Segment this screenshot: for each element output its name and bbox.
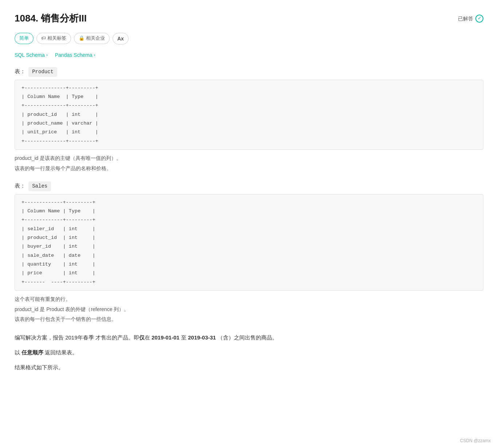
solved-badge: 已解答 ✓ bbox=[458, 15, 483, 23]
tag-company[interactable]: 🔒 相关企业 bbox=[74, 33, 110, 44]
tag-company-text: 相关企业 bbox=[86, 35, 105, 42]
sql-schema-chevron: › bbox=[46, 52, 48, 59]
description-section: 编写解决方案，报告 2019年春季 才售出的产品。即仅在 2019-01-01 … bbox=[15, 333, 483, 372]
pandas-schema-label: Pandas Schema bbox=[55, 51, 93, 59]
desc-to: 至 bbox=[180, 334, 188, 341]
desc-line2-prefix: 以 bbox=[15, 349, 21, 355]
solved-label: 已解答 bbox=[458, 15, 473, 23]
table2-note1: 这个表可能有重复的行。 bbox=[15, 295, 483, 304]
page-header: 1084. 销售分析III 已解答 ✓ bbox=[15, 11, 483, 26]
desc-line2-bold: 任意顺序 bbox=[21, 349, 43, 355]
solved-icon: ✓ bbox=[475, 15, 483, 23]
desc-middle: 在 bbox=[145, 334, 152, 341]
desc-date1: 2019-01-01 bbox=[152, 334, 180, 341]
table2-section: 表： Sales +-------------+---------+ | Col… bbox=[15, 181, 483, 324]
tag-simple-label: 简单 bbox=[19, 35, 29, 42]
tag-font[interactable]: Ax bbox=[113, 33, 129, 44]
table1-section: 表： Product +--------------+---------+ | … bbox=[15, 67, 483, 173]
description-line1: 编写解决方案，报告 2019年春季 才售出的产品。即仅在 2019-01-01 … bbox=[15, 333, 483, 342]
tag-simple[interactable]: 简单 bbox=[15, 33, 34, 44]
table2-note3: 该表的每一行包含关于一个销售的一些信息。 bbox=[15, 315, 483, 324]
schema-links: SQL Schema › Pandas Schema › bbox=[15, 51, 483, 59]
desc-date2: 2019-03-31 bbox=[188, 334, 216, 341]
table1-label: 表： Product bbox=[15, 67, 483, 76]
description-line2: 以 任意顺序 返回结果表。 bbox=[15, 347, 483, 357]
tag-icon: 🏷 bbox=[41, 35, 46, 42]
desc-prefix: 编写解决方案，报告 2019年春季 才售出的产品。即 bbox=[15, 334, 139, 341]
table2-note2: product_id 是 Product 表的外键（reference 列）。 bbox=[15, 305, 483, 314]
sql-schema-link[interactable]: SQL Schema › bbox=[15, 51, 48, 59]
page-title: 1084. 销售分析III bbox=[15, 11, 87, 26]
lock-icon: 🔒 bbox=[79, 35, 85, 42]
desc-suffix: （含）之间出售的商品。 bbox=[216, 334, 278, 341]
desc-line2-suffix: 返回结果表。 bbox=[43, 349, 78, 355]
desc-bold: 仅 bbox=[139, 334, 145, 341]
table2-label: 表： Sales bbox=[15, 181, 483, 191]
tags-row: 简单 🏷 相关标签 🔒 相关企业 Ax bbox=[15, 33, 483, 44]
table1-note2: 该表的每一行显示每个产品的名称和价格。 bbox=[15, 164, 483, 173]
pandas-schema-link[interactable]: Pandas Schema › bbox=[55, 51, 95, 59]
table1-note1: product_id 是该表的主键（具有唯一值的列）。 bbox=[15, 154, 483, 163]
table2-name-badge: Sales bbox=[28, 181, 51, 191]
table1-name-badge: Product bbox=[28, 67, 57, 76]
table2-schema: +-------------+---------+ | Column Name … bbox=[15, 194, 483, 291]
sql-schema-label: SQL Schema bbox=[15, 51, 45, 59]
tag-related-label-text: 相关标签 bbox=[47, 35, 66, 42]
description-line3: 结果格式如下所示。 bbox=[15, 362, 483, 372]
pandas-schema-chevron: › bbox=[94, 52, 95, 59]
table1-schema: +--------------+---------+ | Column Name… bbox=[15, 80, 483, 150]
tag-font-label: Ax bbox=[117, 35, 124, 43]
tag-related-label[interactable]: 🏷 相关标签 bbox=[36, 33, 71, 44]
